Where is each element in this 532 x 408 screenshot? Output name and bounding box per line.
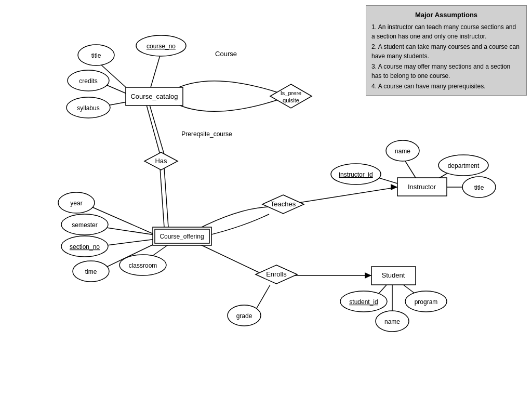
svg-text:classroom: classroom — [129, 262, 157, 269]
svg-text:Enrolls: Enrolls — [266, 270, 287, 278]
svg-text:syllabus: syllabus — [77, 104, 99, 112]
assumptions-list: 1. An instructor can teach many course s… — [371, 22, 521, 91]
svg-line-5 — [147, 105, 160, 154]
assumptions-title: Major Assumptions — [371, 10, 521, 20]
svg-text:Course_offering: Course_offering — [159, 233, 204, 240]
svg-text:Student: Student — [382, 271, 405, 279]
svg-text:grade: grade — [236, 312, 252, 320]
svg-text:instructor_id: instructor_id — [339, 171, 373, 178]
svg-text:Is_prere: Is_prere — [281, 90, 301, 96]
assumptions-box: Major Assumptions 1. An instructor can t… — [366, 5, 527, 96]
svg-text:Has: Has — [155, 157, 167, 165]
svg-text:title: title — [474, 184, 484, 191]
assumption-item-1: 1. An instructor can teach many course s… — [371, 22, 521, 41]
svg-line-26 — [255, 285, 270, 312]
svg-line-7 — [160, 168, 164, 227]
svg-text:Instructor: Instructor — [408, 183, 436, 191]
svg-text:Prereqsite_course: Prereqsite_course — [181, 130, 232, 138]
svg-text:section_no: section_no — [70, 243, 100, 251]
svg-marker-15 — [391, 184, 397, 190]
svg-text:Course_catalog: Course_catalog — [130, 93, 178, 100]
svg-text:name: name — [384, 318, 400, 325]
svg-text:program: program — [415, 298, 438, 306]
svg-text:quisite: quisite — [283, 97, 299, 103]
svg-marker-36 — [270, 84, 312, 108]
svg-text:Course: Course — [215, 50, 237, 58]
assumption-item-3: 3. A course may offer many sections and … — [371, 62, 521, 81]
svg-text:year: year — [70, 200, 82, 207]
svg-text:name: name — [395, 148, 410, 155]
svg-marker-22 — [365, 272, 371, 279]
svg-text:department: department — [448, 162, 480, 169]
svg-text:semester: semester — [72, 221, 97, 229]
svg-text:course_no: course_no — [147, 43, 176, 50]
svg-line-14 — [299, 187, 397, 203]
svg-text:credits: credits — [79, 77, 97, 85]
assumption-item-4: 4. A course can have many prerequisites. — [371, 82, 521, 91]
svg-line-20 — [197, 243, 259, 272]
svg-text:student_id: student_id — [349, 298, 378, 306]
svg-text:title: title — [91, 52, 101, 59]
svg-line-8 — [164, 168, 168, 227]
svg-line-6 — [150, 105, 164, 154]
assumption-item-2: 2. A student can take many courses and a… — [371, 42, 521, 61]
svg-text:time: time — [85, 268, 97, 275]
svg-text:Teaches: Teaches — [271, 200, 296, 208]
svg-line-0 — [151, 52, 161, 87]
